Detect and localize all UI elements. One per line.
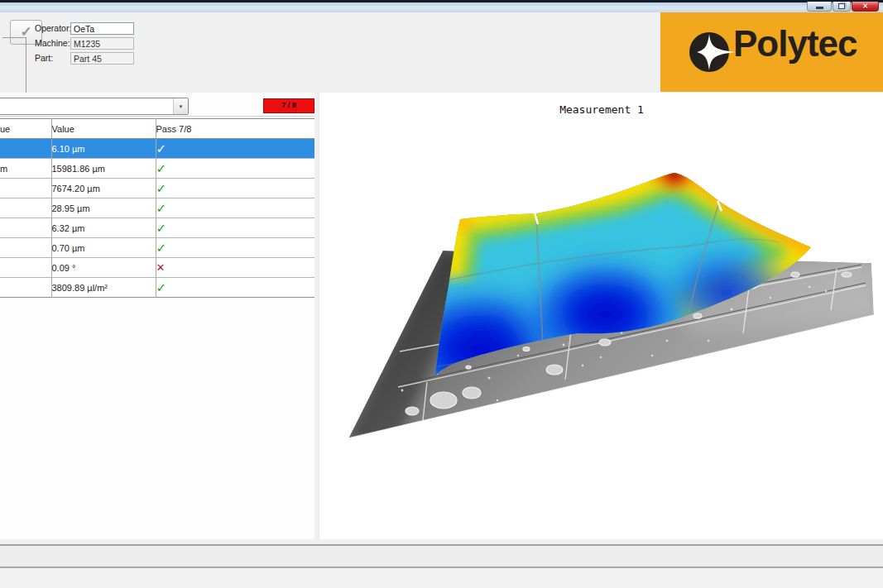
- restore-icon: [838, 3, 845, 9]
- table-row[interactable]: 0.70 µm✓: [0, 238, 315, 258]
- bottom-separator-bar: [0, 539, 883, 546]
- col-header-pass: Pass 7/8: [156, 119, 315, 139]
- col-header-value: Value: [51, 119, 156, 139]
- bottom-filler-bar: [0, 568, 883, 588]
- dropdown-arrow-icon[interactable]: ▼: [173, 98, 188, 114]
- col-header-first: ue: [0, 119, 51, 139]
- status-bar: [0, 546, 883, 568]
- cell-pass-mark[interactable]: ✓: [156, 159, 315, 179]
- results-tbody: 6.10 µm✓m15981.86 µm✓7674.20 µm✓28.95 µm…: [0, 139, 315, 298]
- cell-first[interactable]: [0, 218, 51, 238]
- selector-value: [0, 98, 173, 114]
- viewer-title: Measurement 1: [319, 103, 883, 116]
- cell-value[interactable]: 3809.89 µl/m²: [51, 278, 156, 298]
- brand-banner: Polytec: [660, 12, 883, 92]
- cell-pass-mark[interactable]: ✓: [156, 139, 315, 159]
- part-label: Part:: [35, 53, 70, 63]
- results-panel: ▼ 7 / 8 ue Value Pass 7/8 6.10 µm✓m15981…: [0, 93, 314, 539]
- table-row[interactable]: 7674.20 µm✓: [0, 179, 315, 198]
- table-header-row: ue Value Pass 7/8: [0, 119, 315, 139]
- tab-page-frame: [2, 37, 26, 93]
- cell-value[interactable]: 6.32 µm: [51, 218, 156, 238]
- cell-first[interactable]: [0, 258, 51, 278]
- cell-pass-mark[interactable]: ✓: [156, 278, 315, 298]
- cell-first[interactable]: [0, 179, 51, 198]
- polytec-star-icon: [688, 26, 739, 79]
- close-icon: ✕: [862, 3, 868, 10]
- measurement-selector[interactable]: ▼: [0, 98, 189, 115]
- cell-value[interactable]: 6.10 µm: [51, 139, 156, 159]
- pass-count-badge: 7 / 8: [263, 98, 314, 113]
- restore-button[interactable]: [833, 2, 851, 12]
- cell-pass-mark[interactable]: ✓: [156, 198, 315, 218]
- viewer-panel: Measurement 1: [319, 93, 883, 539]
- results-table: ue Value Pass 7/8 6.10 µm✓m15981.86 µm✓7…: [0, 118, 316, 298]
- cell-first[interactable]: [0, 278, 51, 298]
- table-row[interactable]: 0.09 °✕: [0, 258, 315, 278]
- table-row[interactable]: 6.32 µm✓: [0, 218, 315, 238]
- part-field: [70, 52, 134, 65]
- cell-pass-mark[interactable]: ✓: [156, 238, 315, 258]
- table-row[interactable]: 6.10 µm✓: [0, 139, 315, 159]
- measurement-3d-view[interactable]: [319, 93, 883, 539]
- minimize-icon: [816, 7, 823, 9]
- cell-pass-mark[interactable]: ✓: [156, 179, 315, 198]
- minimize-button[interactable]: [807, 2, 832, 12]
- cell-pass-mark[interactable]: ✓: [156, 218, 315, 238]
- cell-first[interactable]: [0, 198, 51, 218]
- brand-name: Polytec: [733, 23, 857, 65]
- cell-value[interactable]: 0.70 µm: [51, 238, 156, 258]
- table-row[interactable]: 28.95 µm✓: [0, 198, 315, 218]
- header-strip: ✓ Operator: Machine: Part: Polytec: [0, 12, 883, 93]
- separator-line: [0, 116, 314, 117]
- operator-field[interactable]: [70, 22, 134, 35]
- operator-label: Operator:: [35, 23, 70, 33]
- cell-first[interactable]: [0, 238, 51, 258]
- cell-pass-mark[interactable]: ✕: [156, 258, 315, 278]
- cell-value[interactable]: 15981.86 µm: [51, 159, 156, 179]
- close-button[interactable]: ✕: [852, 2, 879, 12]
- cell-value[interactable]: 0.09 °: [51, 258, 156, 278]
- machine-label: Machine:: [35, 38, 70, 48]
- table-row[interactable]: 3809.89 µl/m²✓: [0, 278, 315, 298]
- cell-value[interactable]: 28.95 µm: [51, 198, 156, 218]
- table-row[interactable]: m15981.86 µm✓: [0, 159, 315, 179]
- window-controls: ✕: [807, 2, 879, 12]
- cell-first[interactable]: m: [0, 159, 51, 179]
- machine-field: [70, 37, 134, 50]
- cell-first[interactable]: [0, 139, 51, 159]
- cell-value[interactable]: 7674.20 µm: [51, 179, 156, 198]
- title-bar: ✕: [0, 0, 883, 12]
